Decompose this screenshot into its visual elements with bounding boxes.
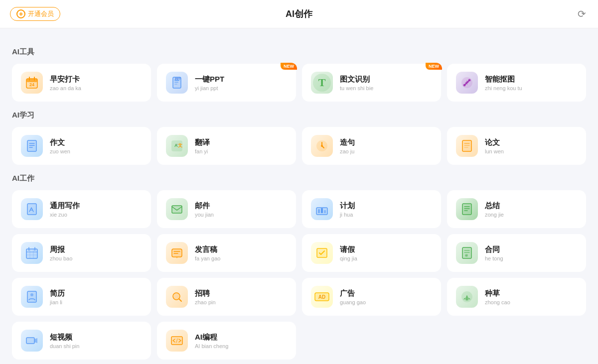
card-name: 广告 <box>340 288 366 298</box>
card-pinyin: you jian <box>195 212 214 218</box>
card-lun-wen[interactable]: 论文 lun wen <box>447 127 586 165</box>
card-text-tong-yong-xie-zuo: 通用写作 xie zuo <box>50 201 80 218</box>
card-pinyin: zong jie <box>485 212 504 218</box>
card-pinyin: yi jian ppt <box>195 85 224 91</box>
card-pinyin: guang gao <box>340 299 366 305</box>
card-text-zhong-cao: 种草 zhong cao <box>485 288 510 305</box>
icon-video <box>21 330 43 352</box>
card-zong-jie[interactable]: 总结 zong jie <box>447 190 586 228</box>
card-jian-li[interactable]: 简历 jian li <box>12 278 151 316</box>
svg-rect-42 <box>462 204 471 215</box>
refresh-icon[interactable]: ⟳ <box>578 8 586 20</box>
ai-work-row3: 简历 jian li 招聘 zhao pin <box>12 278 586 316</box>
svg-text:PPT: PPT <box>175 77 181 80</box>
icon-sentence <box>311 135 333 157</box>
card-name: 造句 <box>340 137 355 147</box>
card-zhao-pin[interactable]: 招聘 zhao pin <box>157 278 296 316</box>
icon-leave <box>311 242 333 264</box>
card-fa-yan-gao[interactable]: 发言稿 fa yan gao <box>157 234 296 272</box>
card-name: 种草 <box>485 288 510 298</box>
card-ai-bian-cheng[interactable]: AI编程 AI bian cheng <box>157 322 296 360</box>
card-text-zao-ju: 造句 zao ju <box>340 137 355 154</box>
svg-rect-27 <box>462 140 471 151</box>
card-name: 请假 <box>340 244 357 254</box>
card-name: 论文 <box>485 137 504 147</box>
card-text-fa-yan-gao: 发言稿 fa yan gao <box>195 244 220 261</box>
icon-write <box>21 198 43 220</box>
card-name: 邮件 <box>195 201 214 211</box>
card-name: 计划 <box>340 201 355 211</box>
svg-rect-40 <box>321 208 323 213</box>
member-button[interactable]: + 开通会员 <box>10 7 60 21</box>
card-pinyin: zao ju <box>340 148 355 154</box>
section-title-ai-tools: AI工具 <box>12 47 586 57</box>
card-fan-yi[interactable]: A 文 翻译 fan yi <box>157 127 296 165</box>
card-qing-jia[interactable]: 请假 qing jia <box>302 234 441 272</box>
icon-recruit <box>166 286 188 308</box>
card-pinyin: zao an da ka <box>50 85 81 91</box>
card-pinyin: zhi neng kou tu <box>485 85 522 91</box>
header: + 开通会员 AI创作 ⟳ <box>0 0 598 28</box>
card-name: 发言稿 <box>195 244 220 254</box>
icon-weekly <box>21 242 43 264</box>
svg-line-71 <box>179 299 181 301</box>
icon-resume <box>21 286 43 308</box>
card-text-jian-li: 简历 jian li <box>50 288 65 305</box>
section-title-ai-work: AI工作 <box>12 174 586 183</box>
section-ai-learning: AI学习 作文 zuo wen <box>12 111 586 165</box>
card-pinyin: tu wen shi bie <box>340 85 373 91</box>
card-name: 图文识别 <box>340 74 373 84</box>
card-guang-gao[interactable]: AD 广告 guang gao <box>302 278 441 316</box>
main-content: AI工具 24 早安打卡 zao an da ka <box>0 28 598 364</box>
card-text-tu-wen-shi-bie: 图文识别 tu wen shi bie <box>340 74 373 91</box>
card-you-jian[interactable]: 邮件 you jian <box>157 190 296 228</box>
card-he-tong[interactable]: 合同 he tong <box>447 234 586 272</box>
card-pinyin: jian li <box>50 299 65 305</box>
card-pinyin: zhong cao <box>485 299 510 305</box>
svg-rect-9 <box>174 82 178 83</box>
svg-text:AD: AD <box>318 294 325 300</box>
card-tu-wen-shi-bie[interactable]: NEW T 图文识别 tu wen shi bie <box>302 64 441 102</box>
card-name: 招聘 <box>195 288 216 298</box>
card-text-guang-gao: 广告 guang gao <box>340 288 366 305</box>
card-text-he-tong: 合同 he tong <box>485 244 503 261</box>
card-name: 合同 <box>485 244 503 254</box>
svg-text:24: 24 <box>29 82 34 87</box>
card-pinyin: qing jia <box>340 255 357 261</box>
card-text-zong-jie: 总结 zong jie <box>485 201 504 218</box>
card-name: 短视频 <box>50 332 79 342</box>
svg-point-15 <box>463 84 466 87</box>
card-zuo-wen[interactable]: 作文 zuo wen <box>12 127 151 165</box>
card-yi-jian-ppt[interactable]: NEW PPT 一键PPT yi jian ppt <box>157 64 296 102</box>
icon-speech <box>166 242 188 264</box>
card-zhou-bao[interactable]: 周报 zhou bao <box>12 234 151 272</box>
card-text-zuo-wen: 作文 zuo wen <box>50 137 70 154</box>
svg-rect-41 <box>324 210 326 213</box>
card-duan-shi-pin[interactable]: 短视频 duan shi pin <box>12 322 151 360</box>
card-pinyin: zhao pin <box>195 299 216 305</box>
card-text-zao-an-da-ka: 早安打卡 zao an da ka <box>50 74 81 91</box>
card-zhong-cao[interactable]: 种草 zhong cao <box>447 278 586 316</box>
icon-magic-cut <box>456 72 478 94</box>
card-pinyin: ji hua <box>340 212 355 218</box>
new-badge-tuwen: NEW <box>426 63 442 70</box>
icon-grass <box>456 286 478 308</box>
card-pinyin: duan shi pin <box>50 343 79 349</box>
svg-rect-17 <box>27 140 36 151</box>
icon-text-recognition: T <box>311 72 333 94</box>
svg-rect-39 <box>318 209 320 213</box>
card-zhi-neng-kou-tu[interactable]: 智能抠图 zhi neng kou tu <box>447 64 586 102</box>
icon-code <box>166 330 188 352</box>
card-zao-ju[interactable]: 造句 zao ju <box>302 127 441 165</box>
card-pinyin: fa yan gao <box>195 255 220 261</box>
svg-point-68 <box>30 293 33 296</box>
icon-translate: A 文 <box>166 135 188 157</box>
card-zao-an-da-ka[interactable]: 24 早安打卡 zao an da ka <box>12 64 151 102</box>
card-name: 一键PPT <box>195 74 224 84</box>
card-tong-yong-xie-zuo[interactable]: 通用写作 xie zuo <box>12 190 151 228</box>
icon-essay <box>21 135 43 157</box>
card-ji-hua[interactable]: 计划 ji hua <box>302 190 441 228</box>
card-name: 通用写作 <box>50 201 80 211</box>
card-text-fan-yi: 翻译 fan yi <box>195 137 210 154</box>
ai-work-row4: 短视频 duan shi pin AI编程 AI bian ch <box>12 322 586 360</box>
